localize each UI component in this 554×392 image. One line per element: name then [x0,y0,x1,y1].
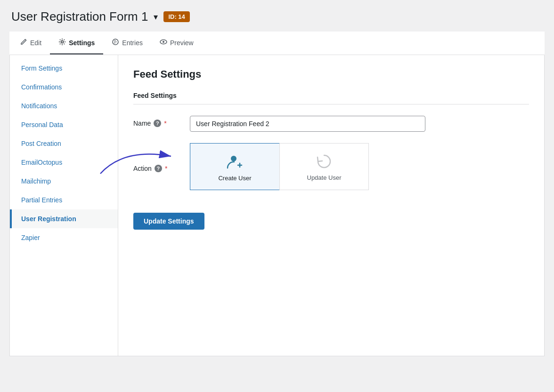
sidebar-item-confirmations[interactable]: Confirmations [10,78,118,96]
name-input[interactable] [190,116,425,132]
update-settings-button[interactable]: Update Settings [133,213,204,230]
tab-edit[interactable]: Edit [11,32,50,55]
action-options: Create User Update User [190,143,425,190]
main-layout: Form Settings Confirmations Notification… [9,55,545,356]
name-help-icon[interactable]: ? [154,120,161,127]
content-title: Feed Settings [133,68,529,80]
create-user-icon [226,152,244,171]
update-user-icon [315,152,333,170]
action-option-update-user[interactable]: Update User [279,143,369,190]
sidebar-item-zapier[interactable]: Zapier [10,228,118,247]
svg-point-3 [163,41,164,43]
name-label: Name ? * [133,116,190,127]
tabs-bar: Edit Settings Entries [9,32,545,55]
tab-entries-label: Entries [122,39,143,47]
page-title: User Registration Form 1 [11,9,148,24]
feed-settings-section-label: Feed Settings [133,92,529,104]
sidebar-item-personal-data[interactable]: Personal Data [10,115,118,134]
sidebar-item-notifications[interactable]: Notifications [10,96,118,115]
form-id-badge: ID: 14 [163,11,189,22]
action-options-wrapper: Create User Update User [190,143,425,190]
sidebar-item-partial-entries[interactable]: Partial Entries [10,191,118,209]
tab-edit-label: Edit [30,39,41,47]
tab-preview-label: Preview [170,39,194,47]
name-required: * [164,120,166,127]
svg-point-5 [231,156,236,161]
entries-icon [112,38,119,48]
tab-settings[interactable]: Settings [50,32,103,55]
sidebar-item-form-settings[interactable]: Form Settings [10,59,118,78]
svg-point-0 [61,41,64,43]
tab-settings-label: Settings [69,39,95,47]
create-user-label: Create User [218,175,251,182]
name-row: Name ? * [133,116,529,132]
form-selector-chevron[interactable]: ▾ [154,12,158,22]
page-header: User Registration Form 1 ▾ ID: 14 [9,9,545,24]
update-user-label: Update User [307,174,342,181]
action-option-create-user[interactable]: Create User [190,143,279,190]
action-row: Action ? * [133,143,529,190]
arrow-pointer [86,138,195,181]
preview-icon [160,38,167,48]
sidebar: Form Settings Confirmations Notification… [10,55,118,356]
tab-preview[interactable]: Preview [151,32,202,55]
sidebar-item-user-registration[interactable]: User Registration [10,209,118,228]
settings-icon [58,38,66,48]
edit-icon [20,38,27,48]
content-area: Feed Settings Feed Settings Name ? * Act… [118,55,544,356]
tab-entries[interactable]: Entries [103,32,151,55]
name-field-wrapper [190,116,425,132]
